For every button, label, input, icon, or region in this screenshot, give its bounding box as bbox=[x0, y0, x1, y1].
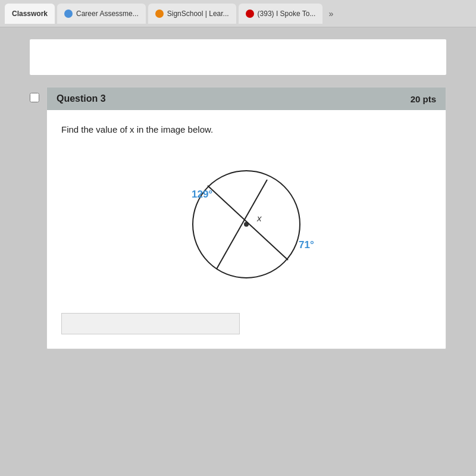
tab-classwork-label: Classwork bbox=[12, 10, 48, 18]
angle-x-label: x bbox=[256, 213, 262, 223]
tab-bar: Classwork Career Assessme... SignSchool … bbox=[0, 0, 476, 27]
question-points: 20 pts bbox=[411, 94, 436, 104]
tab-youtube[interactable]: (393) I Spoke To... bbox=[239, 4, 323, 24]
tab-youtube-label: (393) I Spoke To... bbox=[258, 10, 316, 18]
top-box bbox=[30, 39, 446, 75]
svg-line-2 bbox=[208, 186, 288, 260]
question-checkbox[interactable] bbox=[30, 93, 39, 102]
tab-youtube-icon bbox=[246, 10, 254, 18]
question-body: Find the value of x in the image below. bbox=[47, 110, 446, 349]
question-title: Question 3 bbox=[57, 93, 106, 104]
tab-career[interactable]: Career Assessme... bbox=[57, 4, 146, 24]
tab-signschool-label: SignSchool | Lear... bbox=[167, 10, 229, 18]
answer-input[interactable] bbox=[61, 313, 240, 334]
answer-input-area bbox=[61, 308, 431, 337]
arc2-label: 71° bbox=[299, 239, 314, 250]
tab-career-label: Career Assessme... bbox=[76, 10, 139, 18]
diagram-area: 129° x 71° bbox=[61, 144, 431, 299]
question-header: Question 3 20 pts bbox=[47, 87, 446, 110]
main-content: Question 3 20 pts Find the value of x in… bbox=[0, 27, 476, 476]
tab-signschool[interactable]: SignSchool | Lear... bbox=[148, 4, 236, 24]
question-card: Question 3 20 pts Find the value of x in… bbox=[46, 87, 446, 349]
arc1-label: 129° bbox=[192, 189, 212, 200]
tab-career-icon bbox=[64, 10, 73, 18]
tab-signschool-icon bbox=[155, 10, 164, 18]
question-prompt: Find the value of x in the image below. bbox=[61, 124, 431, 134]
svg-line-3 bbox=[217, 180, 267, 269]
tab-more-button[interactable]: » bbox=[325, 7, 337, 21]
circle-diagram: 129° x 71° bbox=[151, 150, 342, 293]
tab-classwork[interactable]: Classwork bbox=[5, 4, 55, 24]
